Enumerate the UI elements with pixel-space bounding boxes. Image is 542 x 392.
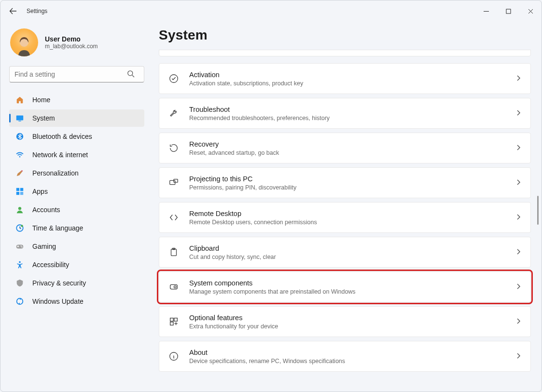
clock-icon xyxy=(15,223,25,233)
nav-label: Network & internet xyxy=(32,151,88,159)
card-desc: Remote Desktop users, connection permiss… xyxy=(189,219,505,226)
project-icon xyxy=(168,177,180,189)
card-clipboard[interactable]: Clipboard Cut and copy history, sync, cl… xyxy=(159,237,531,268)
card-title: About xyxy=(189,348,505,357)
nav-label: System xyxy=(32,114,55,122)
card-title: Activation xyxy=(189,70,505,80)
card-desc: Manage system components that are preins… xyxy=(189,288,505,295)
search-input[interactable] xyxy=(9,66,144,82)
nav-label: Accounts xyxy=(32,206,60,214)
card-troubleshoot[interactable]: Troubleshoot Recommended troubleshooters… xyxy=(159,98,531,129)
close-button[interactable] xyxy=(519,3,542,19)
nav-home[interactable]: Home xyxy=(9,91,144,108)
clipboard-icon xyxy=(168,246,180,258)
recovery-icon xyxy=(168,142,180,154)
sidebar: User Demo m_lab@outlook.com Home System … xyxy=(0,22,150,392)
card-desc: Device specifications, rename PC, Window… xyxy=(189,358,505,365)
system-icon xyxy=(15,113,25,123)
nav-privacy[interactable]: Privacy & security xyxy=(9,274,144,292)
chevron-right-icon xyxy=(515,214,522,222)
nav-label: Privacy & security xyxy=(32,279,86,287)
nav-system[interactable]: System xyxy=(9,109,144,127)
nav-bluetooth[interactable]: Bluetooth & devices xyxy=(9,128,144,145)
svg-point-16 xyxy=(19,261,21,263)
user-email: m_lab@outlook.com xyxy=(45,43,98,50)
svg-rect-4 xyxy=(18,121,21,121)
chevron-right-icon xyxy=(515,179,522,187)
svg-rect-26 xyxy=(174,318,177,321)
nav-label: Personalization xyxy=(32,169,79,177)
nav-label: Home xyxy=(32,96,50,104)
svg-rect-9 xyxy=(20,192,23,195)
svg-rect-7 xyxy=(20,188,23,191)
nav-windows-update[interactable]: Windows Update xyxy=(9,293,144,310)
card-partial[interactable] xyxy=(159,50,531,56)
page-title: System xyxy=(159,27,531,43)
card-recovery[interactable]: Recovery Reset, advanced startup, go bac… xyxy=(159,133,531,163)
card-optional-features[interactable]: Optional features Extra functionality fo… xyxy=(159,306,531,337)
nav-label: Accessibility xyxy=(32,261,69,269)
scrollbar[interactable] xyxy=(537,51,540,380)
svg-point-18 xyxy=(170,75,178,83)
card-title: Optional features xyxy=(189,313,505,323)
nav-accessibility[interactable]: Accessibility xyxy=(9,256,144,273)
svg-rect-3 xyxy=(16,116,23,121)
apps-icon xyxy=(15,187,25,196)
nav-gaming[interactable]: Gaming xyxy=(9,238,144,255)
info-icon xyxy=(168,351,180,362)
check-circle-icon xyxy=(168,73,180,84)
card-desc: Permissions, pairing PIN, discoverabilit… xyxy=(189,184,505,191)
card-desc: Cut and copy history, sync, clear xyxy=(189,254,505,260)
card-activation[interactable]: Activation Activation state, subscriptio… xyxy=(159,63,531,94)
chevron-right-icon xyxy=(515,283,522,291)
back-button[interactable] xyxy=(7,7,19,15)
card-desc: Recommended troubleshooters, preferences… xyxy=(189,115,505,122)
minimize-button[interactable] xyxy=(475,3,497,19)
window-title: Settings xyxy=(27,8,47,14)
card-desc: Reset, advanced startup, go back xyxy=(189,149,505,156)
user-name: User Demo xyxy=(45,35,98,43)
nav-apps[interactable]: Apps xyxy=(9,183,144,200)
scroll-thumb[interactable] xyxy=(537,196,539,225)
card-remote-desktop[interactable]: Remote Desktop Remote Desktop users, con… xyxy=(159,202,531,233)
bluetooth-icon xyxy=(15,132,25,141)
card-title: System components xyxy=(189,279,505,288)
nav-personalization[interactable]: Personalization xyxy=(9,164,144,182)
home-icon xyxy=(15,95,25,105)
remote-icon xyxy=(168,212,180,223)
user-profile[interactable]: User Demo m_lab@outlook.com xyxy=(9,28,144,56)
chevron-right-icon xyxy=(515,144,522,152)
svg-rect-27 xyxy=(170,322,173,325)
search-box[interactable] xyxy=(9,66,144,82)
svg-point-14 xyxy=(21,245,22,246)
features-icon xyxy=(168,316,180,327)
nav-label: Windows Update xyxy=(32,297,83,305)
update-icon xyxy=(15,297,25,306)
card-title: Projecting to this PC xyxy=(189,175,505,184)
nav-label: Bluetooth & devices xyxy=(32,133,92,140)
card-list: Activation Activation state, subscriptio… xyxy=(159,63,531,374)
card-title: Recovery xyxy=(189,140,505,149)
accessibility-icon xyxy=(15,260,25,270)
chevron-right-icon xyxy=(515,318,522,326)
card-system-components[interactable]: System components Manage system componen… xyxy=(159,271,531,302)
svg-point-10 xyxy=(18,207,21,210)
components-icon xyxy=(168,281,180,293)
svg-rect-6 xyxy=(16,188,19,191)
chevron-right-icon xyxy=(515,352,522,361)
svg-rect-25 xyxy=(170,318,173,321)
account-icon xyxy=(15,205,25,215)
nav-time-language[interactable]: Time & language xyxy=(9,219,144,237)
card-about[interactable]: About Device specifications, rename PC, … xyxy=(159,341,531,372)
main-content: System Activation Activation state, subs… xyxy=(150,22,542,392)
card-projecting[interactable]: Projecting to this PC Permissions, pairi… xyxy=(159,167,531,198)
search-icon xyxy=(127,70,135,79)
nav-accounts[interactable]: Accounts xyxy=(9,201,144,218)
nav-network[interactable]: Network & internet xyxy=(9,146,144,163)
paint-icon xyxy=(15,168,25,178)
card-title: Clipboard xyxy=(189,244,505,253)
chevron-right-icon xyxy=(515,248,522,257)
chevron-right-icon xyxy=(515,109,522,118)
svg-rect-8 xyxy=(16,192,19,195)
maximize-button[interactable] xyxy=(497,3,519,19)
